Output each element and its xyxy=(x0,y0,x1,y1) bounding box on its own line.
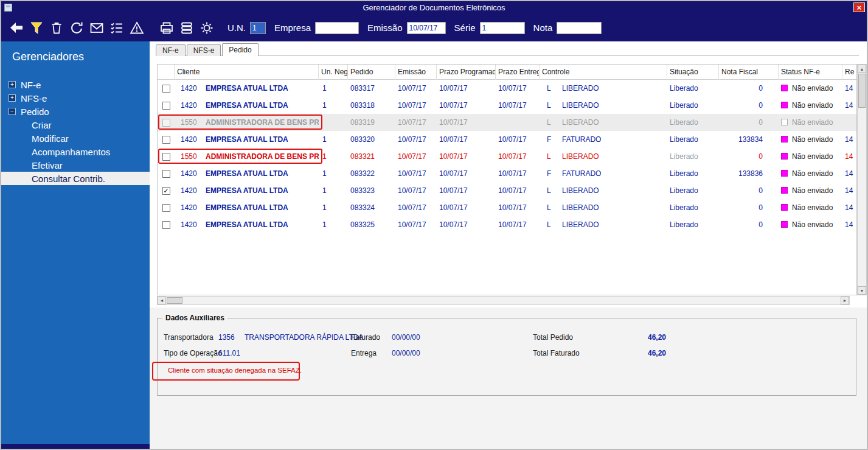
row-checkbox[interactable] xyxy=(162,102,170,110)
expand-icon[interactable]: + xyxy=(9,94,16,102)
back-arrow-button[interactable] xyxy=(6,17,26,39)
print-button[interactable] xyxy=(156,17,176,39)
column-header-cliente[interactable]: Cliente xyxy=(175,65,319,80)
horizontal-scroll-thumb[interactable] xyxy=(167,297,182,304)
row-checkbox[interactable] xyxy=(162,170,170,178)
status-nfe-indicator xyxy=(781,170,788,177)
tab-pedido[interactable]: Pedido xyxy=(222,43,258,56)
scroll-down-button[interactable]: ▼ xyxy=(858,286,866,295)
cliente-name: ADMINISTRADORA DE BENS PRÓPRI xyxy=(206,152,319,161)
dados-auxiliares-panel: Dados Auxiliares Transportadora 1356 TRA… xyxy=(157,318,856,396)
cell-prazo_ent: 10/07/17 xyxy=(496,148,540,165)
warning-button[interactable] xyxy=(127,17,147,39)
column-header-pedido[interactable]: Pedido xyxy=(348,65,395,80)
print-icon xyxy=(159,21,174,35)
column-header-controle[interactable]: Controle xyxy=(540,65,667,80)
nota-input[interactable] xyxy=(557,22,602,34)
column-header-status[interactable]: Status NF-e xyxy=(779,65,842,80)
sefaz-warning-text: Cliente com situação denegada na SEFAZ. xyxy=(168,367,302,374)
cell-re: 14 xyxy=(842,148,857,165)
column-header-prazo_prog[interactable]: Prazo Programado xyxy=(437,65,496,80)
cell-nota: 133836 xyxy=(719,165,779,182)
table-row[interactable]: 1550ADMINISTRADORA DE BENS PRÓPRI0833191… xyxy=(158,114,856,131)
sidebar-item-acompanhamentos[interactable]: Acompanhamentos xyxy=(1,145,150,158)
tab-nf-e[interactable]: NF-e xyxy=(156,44,186,56)
column-header-sel[interactable] xyxy=(158,65,175,80)
controle-code: L xyxy=(547,199,562,216)
table-row[interactable]: 1420EMPRESA ATUAL LTDA108332410/07/1710/… xyxy=(158,199,856,216)
row-checkbox[interactable] xyxy=(162,221,170,229)
controle-label: LIBERADO xyxy=(562,152,599,161)
settings-button[interactable] xyxy=(196,17,217,39)
column-header-nota[interactable]: Nota Fiscal xyxy=(719,65,779,80)
cell-prazo_prog: 10/07/17 xyxy=(437,131,496,148)
sidebar-item-criar[interactable]: Criar xyxy=(1,118,150,132)
sidebar-item-modificar[interactable]: Modificar xyxy=(1,132,150,145)
column-header-emissao[interactable]: Emissão xyxy=(395,65,437,80)
scroll-left-button[interactable]: ◄ xyxy=(158,297,166,304)
row-checkbox[interactable] xyxy=(162,119,170,127)
horizontal-scrollbar[interactable]: ◄ ► xyxy=(157,296,850,305)
row-checkbox[interactable] xyxy=(162,136,170,144)
controle-code: F xyxy=(547,165,562,182)
column-header-prazo_ent[interactable]: Prazo Entrega xyxy=(496,65,540,80)
sidebar-item-efetivar[interactable]: Efetivar xyxy=(1,158,150,172)
cell-situacao: Liberado xyxy=(667,165,719,182)
serie-input[interactable] xyxy=(480,22,525,34)
collapse-icon[interactable]: − xyxy=(9,108,16,115)
column-header-un[interactable]: Un. Neg. xyxy=(319,65,348,80)
cell-pedido: 083320 xyxy=(348,131,395,148)
row-checkbox[interactable] xyxy=(162,85,170,93)
scroll-up-button[interactable]: ▲ xyxy=(858,65,866,73)
cell-prazo_ent: 10/07/17 xyxy=(496,199,540,216)
table-row[interactable]: 1420EMPRESA ATUAL LTDA108331810/07/1710/… xyxy=(158,97,856,114)
nota-field-group: Nota xyxy=(533,22,602,34)
status-nfe-label: Não enviado xyxy=(792,118,833,127)
cell-status: Não enviado xyxy=(779,80,842,97)
row-checkbox[interactable] xyxy=(162,153,170,161)
cell-situacao: Liberado xyxy=(667,199,719,216)
cell-status: Não enviado xyxy=(779,97,842,114)
cell-pedido: 083317 xyxy=(348,80,395,97)
expand-icon[interactable]: + xyxy=(9,81,16,88)
cell-status: Não enviado xyxy=(779,131,842,148)
transportadora-label: Transportadora xyxy=(164,333,214,342)
table-row[interactable]: ✓1420EMPRESA ATUAL LTDA108332310/07/1710… xyxy=(158,182,856,199)
close-button[interactable]: × xyxy=(853,2,865,12)
email-button[interactable] xyxy=(86,17,106,39)
checklist-button[interactable] xyxy=(106,17,127,39)
table-row[interactable]: 1420EMPRESA ATUAL LTDA108332510/07/1710/… xyxy=(158,216,856,233)
table-row[interactable]: 1420EMPRESA ATUAL LTDA108332010/07/1710/… xyxy=(158,131,856,148)
empresa-input[interactable] xyxy=(315,22,359,34)
refresh-button[interactable] xyxy=(66,17,86,39)
column-header-situacao[interactable]: Situação xyxy=(667,65,719,80)
cliente-name: EMPRESA ATUAL LTDA xyxy=(206,203,288,212)
orders-table: ClienteUn. Neg.PedidoEmissãoPrazo Progra… xyxy=(157,64,857,295)
un-input[interactable] xyxy=(250,22,266,34)
stack-button[interactable] xyxy=(176,17,196,39)
tab-nfs-e[interactable]: NFS-e xyxy=(187,44,221,56)
sidebar-item-nf-e[interactable]: +NF-e xyxy=(1,78,150,91)
row-checkbox[interactable] xyxy=(162,204,170,212)
sidebar-item-consultar-contrib[interactable]: Consultar Contrib. xyxy=(1,172,150,185)
column-header-re[interactable]: Re xyxy=(842,65,857,80)
cell-nota: 0 xyxy=(719,199,779,216)
tab-bar: NF-e NFS-e Pedido xyxy=(156,43,260,56)
cell-nota: 0 xyxy=(719,97,779,114)
cell-situacao: Liberado xyxy=(667,182,719,199)
table-row[interactable]: 1550ADMINISTRADORA DE BENS PRÓPRI1083321… xyxy=(158,148,856,165)
scroll-right-button[interactable]: ► xyxy=(841,297,849,304)
table-row[interactable]: 1420EMPRESA ATUAL LTDA108331710/07/1710/… xyxy=(158,80,856,97)
vertical-scroll-thumb[interactable] xyxy=(858,74,866,108)
delete-button[interactable] xyxy=(46,17,66,39)
tab-baseline xyxy=(156,55,859,56)
cell-cliente: 1420EMPRESA ATUAL LTDA xyxy=(175,199,319,216)
sidebar-item-pedido[interactable]: −Pedido xyxy=(1,105,150,118)
row-checkbox[interactable]: ✓ xyxy=(162,187,170,195)
table-row[interactable]: 1420EMPRESA ATUAL LTDA108332210/07/1710/… xyxy=(158,165,856,182)
cell-emissao: 10/07/17 xyxy=(395,199,437,216)
emissao-input[interactable] xyxy=(407,22,446,34)
sidebar-item-nfs-e[interactable]: +NFS-e xyxy=(1,91,150,105)
vertical-scrollbar[interactable]: ▲ ▼ xyxy=(857,64,867,295)
filter-button[interactable] xyxy=(26,17,46,39)
